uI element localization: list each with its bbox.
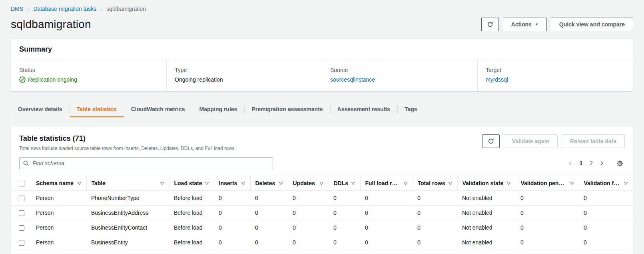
table-cell: Not enabled: [457, 235, 516, 250]
filter-icon[interactable]: [570, 181, 574, 186]
breadcrumb-migration-tasks[interactable]: Database migration tasks: [33, 6, 96, 12]
table-cell: 0: [516, 206, 579, 220]
filter-icon[interactable]: [624, 181, 628, 186]
tab-cloudwatch-metrics[interactable]: CloudWatch metrics: [124, 102, 192, 117]
pagination: 1 2: [565, 158, 625, 168]
column-header-validation-state[interactable]: Validation state: [457, 176, 516, 191]
refresh-button[interactable]: [481, 18, 499, 31]
table-cell: 0: [360, 206, 413, 220]
reload-table-data-button[interactable]: Reload table data: [562, 134, 625, 148]
filter-icon[interactable]: [351, 181, 355, 186]
tab-overview-details[interactable]: Overview details: [11, 102, 70, 117]
validate-again-button[interactable]: Validate again: [504, 134, 558, 148]
table-cell: 0: [413, 220, 457, 235]
row-select-cell: [11, 220, 31, 235]
pagination-next-button[interactable]: [596, 159, 607, 168]
table-cell: 0: [579, 206, 633, 220]
status-value: Replication ongoing: [19, 76, 158, 83]
tab-premigration-assessments[interactable]: Premigration assessments: [244, 102, 330, 117]
column-header-load-state[interactable]: Load state: [169, 176, 214, 191]
table-cell: Before load: [169, 220, 214, 235]
column-header-schema-name[interactable]: Schema name: [31, 176, 86, 191]
table-cell: 0: [288, 191, 329, 206]
table-refresh-button[interactable]: [482, 134, 500, 148]
breadcrumb-dms[interactable]: DMS: [11, 6, 23, 12]
status-label: Status: [19, 67, 158, 73]
table-cell: 0: [250, 191, 288, 206]
actions-dropdown-button[interactable]: Actions ▼: [503, 18, 547, 31]
table-cell: Person: [31, 235, 86, 250]
table-cell: Before load: [169, 191, 214, 206]
table-cell: Person: [31, 220, 86, 235]
filter-icon[interactable]: [160, 181, 164, 186]
row-select-cell: [11, 235, 31, 250]
table-cell: 0: [329, 191, 360, 206]
table-cell: 0: [288, 235, 329, 250]
table-toolbar: 1 2: [11, 151, 633, 176]
table-cell: 0: [579, 191, 633, 206]
filter-icon[interactable]: [205, 181, 209, 186]
summary-header: Summary: [11, 39, 633, 60]
filter-icon[interactable]: [319, 181, 324, 186]
filter-icon[interactable]: [506, 181, 511, 186]
tab-tags[interactable]: Tags: [397, 102, 425, 117]
table-cell: 0: [288, 220, 329, 235]
target-endpoint-link[interactable]: myrdssql: [486, 76, 508, 83]
filter-icon[interactable]: [241, 181, 245, 186]
table-cell: 0: [516, 220, 579, 235]
column-header-inserts[interactable]: Inserts: [214, 176, 250, 191]
summary-panel: Summary Status Replication ongoing Type …: [11, 38, 633, 91]
filter-icon[interactable]: [279, 181, 283, 186]
table-cell: 0: [329, 206, 360, 220]
filter-icon[interactable]: [403, 181, 408, 186]
table-cell: 0: [579, 235, 633, 250]
column-header-validation-failed[interactable]: Validation failed: [579, 176, 633, 191]
table-header-row: Schema name Table: [11, 176, 633, 191]
type-label: Type: [175, 67, 314, 73]
summary-grid: Status Replication ongoing Type Ongoing …: [11, 60, 633, 91]
column-header-total-rows[interactable]: Total rows: [413, 176, 457, 191]
tab-mapping-rules[interactable]: Mapping rules: [192, 102, 244, 117]
tab-assessment-results[interactable]: Assessment results: [330, 102, 397, 117]
table-cell: 0: [329, 220, 360, 235]
table-cell: BusinessEntityContact: [86, 220, 169, 235]
table-cell: 0: [214, 191, 250, 206]
page-header: sqldbamigration Actions ▼ Quick view and…: [11, 18, 633, 31]
row-select-cell: [11, 206, 31, 220]
filter-icon[interactable]: [448, 181, 453, 186]
column-header-table[interactable]: Table: [86, 176, 169, 191]
table-statistics-panel: Table statistics (71) Total rows include…: [11, 127, 633, 254]
target-label: Target: [486, 67, 625, 73]
table-cell: BusinessEntityAddress: [86, 206, 169, 220]
tab-table-statistics[interactable]: Table statistics: [70, 102, 124, 117]
pagination-prev-button[interactable]: [565, 159, 576, 168]
column-header-validation-pending[interactable]: Validation pending: [516, 176, 579, 191]
column-header-deletes[interactable]: Deletes: [250, 176, 288, 191]
gear-icon: [616, 160, 623, 167]
schema-search: [19, 157, 273, 169]
schema-search-input[interactable]: [19, 157, 273, 169]
table-cell: 0: [250, 220, 288, 235]
table-cell: 0: [413, 191, 457, 206]
source-endpoint-link[interactable]: sourcesqlinstance: [330, 76, 375, 83]
row-checkbox[interactable]: [19, 240, 24, 246]
row-checkbox[interactable]: [19, 210, 24, 216]
page-title: sqldbamigration: [11, 18, 91, 31]
pagination-page-2[interactable]: 2: [586, 158, 596, 168]
table-cell: 0: [360, 220, 413, 235]
tab-bar: Overview details Table statistics CloudW…: [11, 102, 633, 117]
column-header-updates[interactable]: Updates: [288, 176, 329, 191]
column-header-full-load-rows[interactable]: Full load rows: [360, 176, 413, 191]
row-checkbox[interactable]: [19, 225, 24, 231]
table-row: Person BusinessEntityContact Before load…: [11, 220, 633, 235]
row-checkbox[interactable]: [19, 196, 24, 201]
search-icon: [23, 160, 29, 166]
table-cell: 0: [214, 206, 250, 220]
table-settings-button[interactable]: [615, 158, 625, 168]
quick-view-compare-button[interactable]: Quick view and compare: [551, 18, 633, 31]
select-all-checkbox[interactable]: [19, 181, 24, 186]
summary-title: Summary: [19, 45, 625, 54]
column-header-ddls[interactable]: DDLs: [329, 176, 360, 191]
pagination-page-1[interactable]: 1: [576, 158, 586, 168]
filter-icon[interactable]: [77, 181, 82, 186]
